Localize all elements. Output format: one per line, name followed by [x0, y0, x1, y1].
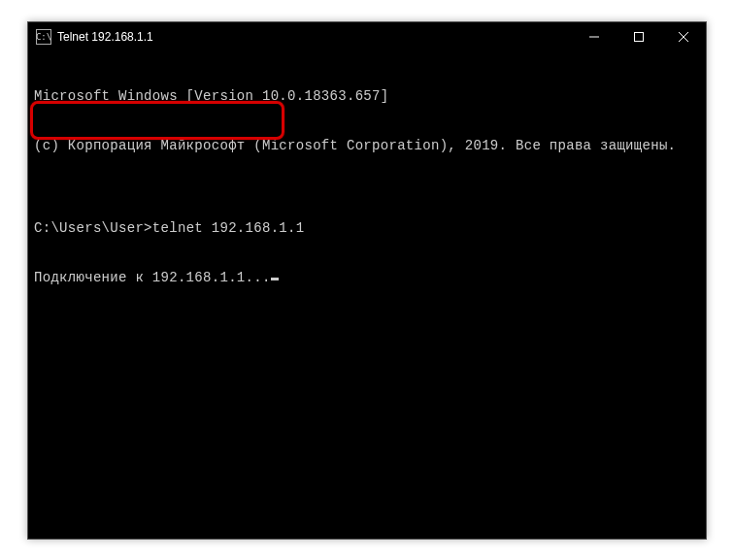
window-controls: [572, 22, 706, 51]
cursor: [271, 278, 279, 280]
prompt-text: C:\Users\User>: [34, 220, 152, 236]
svg-rect-1: [635, 33, 644, 42]
console-line-version: Microsoft Windows [Version 10.0.18363.65…: [34, 88, 700, 105]
maximize-button[interactable]: [617, 22, 661, 51]
console-line-command: C:\Users\User>telnet 192.168.1.1: [34, 220, 700, 237]
console-line-copyright: (c) Корпорация Майкрософт (Microsoft Cor…: [34, 138, 700, 154]
minimize-button[interactable]: [572, 22, 617, 51]
window-title: Telnet 192.168.1.1: [57, 30, 572, 44]
command-text: telnet 192.168.1.1: [152, 220, 305, 236]
console-output[interactable]: Microsoft Windows [Version 10.0.18363.65…: [28, 51, 706, 323]
terminal-window: C:\ Telnet 192.168.1.1 Microsoft Windows…: [27, 21, 707, 540]
status-text: Подключение к 192.168.1.1...: [34, 270, 271, 285]
window-titlebar[interactable]: C:\ Telnet 192.168.1.1: [28, 22, 706, 51]
cmd-icon: C:\: [36, 29, 51, 45]
close-button[interactable]: [661, 22, 706, 51]
console-line-status: Подключение к 192.168.1.1...: [34, 270, 700, 286]
cmd-icon-text: C:\: [36, 32, 51, 42]
